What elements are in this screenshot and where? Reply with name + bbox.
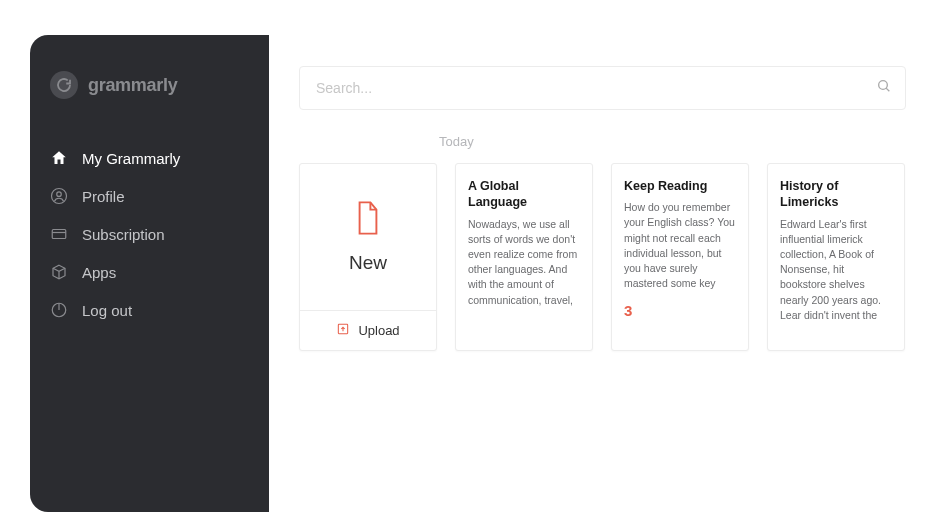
- svg-rect-2: [52, 230, 66, 239]
- document-title: A Global Language: [468, 178, 580, 211]
- sidebar-item-subscription[interactable]: Subscription: [50, 215, 269, 253]
- document-cards: New Upload A Global Language Nowadays, w…: [299, 163, 906, 351]
- document-preview: Nowadays, we use all sorts of words we d…: [468, 217, 580, 308]
- document-card[interactable]: History of Limericks Edward Lear's first…: [767, 163, 905, 351]
- sidebar-item-profile[interactable]: Profile: [50, 177, 269, 215]
- search-input[interactable]: [299, 66, 906, 110]
- section-label-today: Today: [439, 134, 906, 149]
- sidebar-item-label: Apps: [82, 264, 116, 281]
- document-icon: [353, 200, 383, 240]
- sidebar: grammarly My Grammarly Profile Subscript…: [30, 35, 269, 512]
- upload-icon: [336, 322, 350, 339]
- new-label: New: [349, 252, 387, 274]
- upload-label: Upload: [358, 323, 399, 338]
- power-icon: [50, 301, 68, 319]
- search-bar: [299, 66, 906, 110]
- document-card[interactable]: A Global Language Nowadays, we use all s…: [455, 163, 593, 351]
- svg-line-7: [886, 88, 889, 91]
- brand-logo: grammarly: [30, 71, 269, 99]
- svg-point-6: [879, 81, 888, 90]
- brand-name: grammarly: [88, 75, 177, 96]
- search-icon[interactable]: [876, 78, 892, 98]
- upload-button[interactable]: Upload: [300, 310, 436, 350]
- document-title: Keep Reading: [624, 178, 736, 194]
- sidebar-nav: My Grammarly Profile Subscription Apps L…: [30, 139, 269, 329]
- sidebar-item-apps[interactable]: Apps: [50, 253, 269, 291]
- sidebar-item-logout[interactable]: Log out: [50, 291, 269, 329]
- document-title: History of Limericks: [780, 178, 892, 211]
- main-content: Today New Upload A Global Language Nowad…: [269, 0, 936, 512]
- sidebar-item-label: Subscription: [82, 226, 165, 243]
- new-document-card[interactable]: New Upload: [299, 163, 437, 351]
- new-document-top: New: [300, 164, 436, 310]
- sidebar-item-my-grammarly[interactable]: My Grammarly: [50, 139, 269, 177]
- document-preview: Edward Lear's first influential limerick…: [780, 217, 892, 324]
- user-icon: [50, 187, 68, 205]
- sidebar-item-label: Log out: [82, 302, 132, 319]
- svg-point-1: [57, 192, 62, 197]
- cube-icon: [50, 263, 68, 281]
- home-icon: [50, 149, 68, 167]
- sidebar-item-label: Profile: [82, 188, 125, 205]
- grammarly-logo-icon: [50, 71, 78, 99]
- document-alert-badge: 3: [624, 302, 736, 319]
- document-preview: How do you remember your English class? …: [624, 200, 736, 291]
- document-card[interactable]: Keep Reading How do you remember your En…: [611, 163, 749, 351]
- sidebar-item-label: My Grammarly: [82, 150, 180, 167]
- card-icon: [50, 225, 68, 243]
